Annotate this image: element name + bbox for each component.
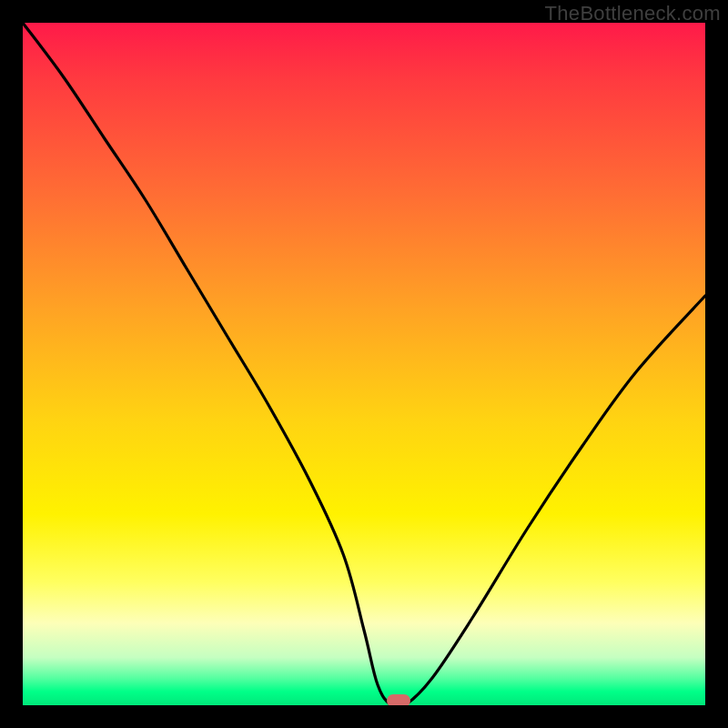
- chart-frame: TheBottleneck.com: [0, 0, 728, 728]
- watermark-text: TheBottleneck.com: [545, 2, 721, 25]
- bottleneck-curve: [23, 23, 705, 705]
- plot-area: [23, 23, 705, 705]
- optimum-marker: [387, 694, 410, 705]
